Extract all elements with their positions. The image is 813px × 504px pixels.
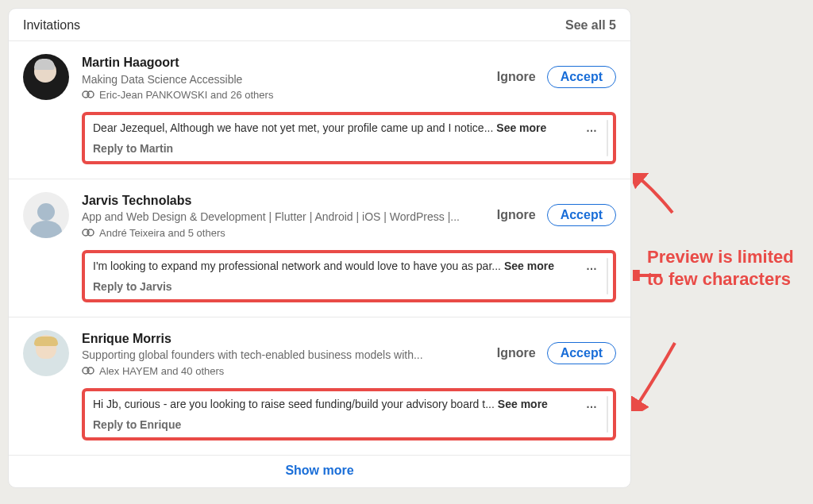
invitation-row: Martin Haagoort Making Data Science Acce… (23, 54, 616, 101)
message-preview-box: I'm looking to expand my professional ne… (82, 250, 616, 302)
inviter-headline: Supporting global founders with tech-ena… (82, 347, 487, 363)
message-overflow-menu[interactable]: … (572, 398, 605, 410)
message-overflow-menu[interactable]: … (572, 260, 605, 272)
message-snippet[interactable]: I'm looking to expand my professional ne… (93, 260, 501, 272)
inviter-name[interactable]: Martin Haagoort (82, 54, 487, 71)
show-more-row: Show more (9, 455, 630, 487)
annotation-arrow-icon (633, 270, 665, 281)
reply-link[interactable]: Reply to Martin (93, 142, 605, 155)
show-more-button[interactable]: Show more (285, 464, 353, 478)
invitation-item: Martin Haagoort Making Data Science Acce… (9, 40, 630, 179)
reply-link[interactable]: Reply to Enrique (93, 418, 605, 431)
ignore-button[interactable]: Ignore (497, 346, 536, 360)
message-preview-box: Dear Jezequel, Although we have not yet … (82, 112, 616, 164)
avatar[interactable] (23, 192, 69, 238)
annotation: Preview is limited to few characters (647, 167, 802, 290)
invitation-row: Jarvis Technolabs App and Web Design & D… (23, 192, 616, 239)
accept-button[interactable]: Accept (547, 342, 616, 364)
message-overflow-menu[interactable]: … (572, 121, 605, 134)
mutual-connections-text[interactable]: Eric-Jean PANKOWSKI and 26 others (99, 89, 273, 101)
see-more-link[interactable]: See more (496, 121, 546, 134)
see-more-link[interactable]: See more (504, 260, 554, 272)
svg-point-5 (87, 367, 94, 374)
ignore-button[interactable]: Ignore (497, 208, 536, 222)
inviter-name[interactable]: Enrique Morris (82, 330, 487, 348)
ignore-button[interactable]: Ignore (497, 70, 536, 84)
accept-button[interactable]: Accept (547, 66, 616, 88)
avatar[interactable] (23, 54, 69, 100)
mutual-connections-icon (82, 90, 94, 98)
invitation-item: Jarvis Technolabs App and Web Design & D… (9, 179, 630, 317)
mutual-connections-text[interactable]: Alex HAYEM and 40 others (99, 365, 224, 377)
mutual-connections-icon (82, 367, 94, 375)
invitations-header: Invitations See all 5 (9, 9, 630, 40)
invitation-row: Enrique Morris Supporting global founder… (23, 330, 616, 377)
avatar[interactable] (23, 330, 69, 376)
invitations-card: Invitations See all 5 Martin Haagoort Ma… (8, 8, 631, 488)
mutual-connections-text[interactable]: André Teixeira and 5 others (99, 227, 225, 239)
inviter-headline: Making Data Science Accessible (82, 71, 487, 87)
annotation-arrow-icon (633, 173, 680, 221)
accept-button[interactable]: Accept (547, 204, 616, 226)
svg-point-3 (87, 229, 94, 236)
invitations-title: Invitations (23, 18, 80, 33)
annotation-text: Preview is limited to few characters (647, 246, 802, 290)
inviter-headline: App and Web Design & Development | Flutt… (82, 209, 487, 225)
message-snippet[interactable]: Hi Jb, curious - are you looking to rais… (93, 398, 495, 410)
reply-link[interactable]: Reply to Jarvis (93, 280, 605, 293)
message-snippet[interactable]: Dear Jezequel, Although we have not yet … (93, 121, 493, 134)
see-all-link[interactable]: See all 5 (565, 18, 616, 33)
see-more-link[interactable]: See more (498, 398, 548, 410)
annotation-arrow-icon (631, 340, 687, 411)
message-preview-box: Hi Jb, curious - are you looking to rais… (82, 388, 616, 441)
svg-point-1 (87, 91, 94, 98)
inviter-name[interactable]: Jarvis Technolabs (82, 192, 487, 210)
mutual-connections-icon (82, 229, 94, 237)
invitation-item: Enrique Morris Supporting global founder… (9, 317, 630, 455)
